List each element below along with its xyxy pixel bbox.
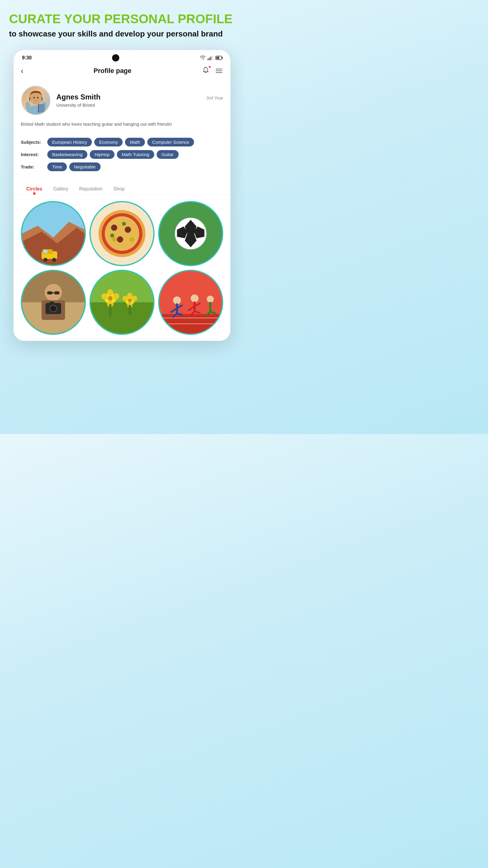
status-bar: 9:30	[13, 50, 230, 64]
profile-bio: Bristol Math student who loves teaching …	[21, 121, 223, 128]
bell-icon	[201, 67, 210, 75]
svg-point-35	[110, 234, 114, 238]
svg-point-34	[122, 222, 126, 226]
svg-rect-24	[44, 250, 47, 253]
svg-point-57	[101, 293, 107, 300]
interests-row: Interest: Basketweaving HipHop Math Tuto…	[21, 150, 223, 159]
svg-rect-50	[47, 291, 53, 294]
back-button[interactable]: ‹	[21, 66, 24, 76]
tag-basketweaving[interactable]: Basketweaving	[47, 150, 87, 159]
svg-rect-1	[209, 58, 210, 60]
avatar	[21, 85, 51, 116]
main-subheadline: to showcase your skills and develop your…	[9, 29, 235, 39]
svg-point-62	[127, 293, 133, 299]
tags-section: Subjects: European History Economy Math …	[13, 138, 230, 180]
svg-point-66	[128, 299, 132, 302]
status-time: 9:30	[22, 55, 32, 61]
interests-label: Interest:	[21, 152, 45, 157]
menu-button[interactable]	[215, 67, 223, 75]
phone-mockup: 9:30	[13, 50, 230, 341]
profile-info: Agnes Smith 3rd Year University of Brist…	[56, 93, 223, 107]
svg-point-22	[44, 258, 47, 262]
tag-computer-science[interactable]: Computer Science	[147, 138, 194, 147]
svg-point-73	[173, 297, 181, 304]
profile-name-row: Agnes Smith 3rd Year	[56, 93, 223, 101]
svg-point-60	[108, 296, 113, 301]
subjects-row: Subjects: European History Economy Math …	[21, 138, 223, 147]
tag-guitar[interactable]: Guitar	[157, 150, 178, 159]
circle-item-camera[interactable]	[21, 270, 86, 335]
svg-point-13	[33, 97, 35, 98]
circle-item-runners[interactable]	[158, 270, 223, 335]
circle-item-flowers[interactable]	[90, 270, 155, 335]
hamburger-icon	[215, 67, 223, 75]
svg-rect-49	[50, 302, 54, 304]
trade-row: Trade: Time Negotiable	[21, 162, 223, 171]
svg-point-56	[107, 290, 113, 296]
tab-reputation[interactable]: Reputation	[74, 182, 108, 195]
svg-rect-0	[207, 59, 208, 60]
svg-point-28	[105, 216, 139, 251]
tabs-bar: Circles Gallery Reputation Shop	[13, 182, 230, 195]
svg-point-14	[37, 97, 38, 98]
svg-point-32	[130, 237, 134, 242]
profile-header: Agnes Smith 3rd Year University of Brist…	[21, 85, 223, 116]
main-headline: CURATE YOUR PERSONAL PROFILE	[9, 12, 235, 26]
wifi-icon	[200, 56, 206, 60]
status-icons	[200, 56, 222, 60]
tag-negotiable[interactable]: Negotiable	[69, 162, 101, 171]
svg-point-33	[112, 237, 117, 242]
svg-point-23	[52, 258, 56, 262]
svg-rect-67	[109, 304, 111, 316]
svg-point-31	[117, 237, 123, 243]
subjects-label: Subjects:	[21, 140, 45, 145]
tab-shop[interactable]: Shop	[108, 182, 130, 195]
svg-point-79	[191, 294, 198, 302]
svg-point-64	[132, 296, 137, 301]
tab-circles[interactable]: Circles	[21, 182, 47, 195]
profile-year: 3rd Year	[206, 95, 223, 100]
tag-math-tutoring[interactable]: Math Tutoring	[117, 150, 154, 159]
tag-european-history[interactable]: European History	[47, 138, 92, 147]
svg-point-63	[122, 296, 128, 301]
page-title: Profile page	[93, 67, 131, 75]
profile-name: Agnes Smith	[56, 93, 101, 101]
tag-economy[interactable]: Economy	[94, 138, 123, 147]
svg-point-30	[125, 227, 131, 233]
svg-point-85	[207, 296, 214, 303]
tag-hiphop[interactable]: HipHop	[90, 150, 115, 159]
nav-bar: ‹ Profile page	[13, 64, 230, 79]
notification-button[interactable]	[201, 67, 210, 75]
trade-label: Trade:	[21, 164, 45, 169]
tag-math[interactable]: Math	[125, 138, 144, 147]
nav-action-icons	[201, 67, 223, 75]
profile-section: Agnes Smith 3rd Year University of Brist…	[13, 79, 230, 138]
svg-point-29	[111, 225, 118, 231]
signal-icon	[207, 56, 214, 60]
circle-item-canyon[interactable]	[21, 201, 86, 266]
avatar-illustration	[22, 87, 50, 115]
svg-rect-54	[91, 302, 153, 334]
page-wrapper: CURATE YOUR PERSONAL PROFILE to showcase…	[0, 0, 244, 359]
battery-icon	[216, 56, 222, 60]
svg-rect-68	[129, 305, 131, 315]
svg-point-58	[113, 293, 119, 300]
svg-rect-15	[38, 104, 44, 113]
circle-item-pizza[interactable]	[90, 201, 155, 266]
notification-dot	[208, 66, 211, 68]
camera-dot	[112, 54, 119, 61]
svg-rect-51	[54, 291, 60, 294]
tab-gallery[interactable]: Gallery	[47, 182, 74, 195]
svg-point-48	[51, 306, 56, 311]
tag-time[interactable]: Time	[47, 162, 67, 171]
svg-rect-3	[212, 56, 213, 60]
circle-item-soccer[interactable]	[158, 201, 223, 266]
svg-rect-2	[210, 57, 211, 60]
circles-grid	[13, 195, 230, 341]
svg-rect-16	[38, 104, 39, 113]
profile-university: University of Bristol	[56, 102, 223, 107]
